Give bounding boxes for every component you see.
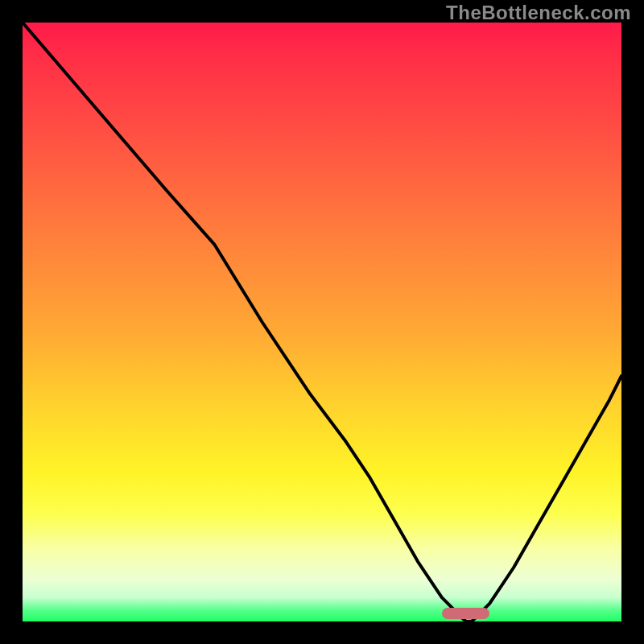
watermark-text: TheBottleneck.com xyxy=(446,2,631,24)
optimal-range-marker xyxy=(442,608,490,619)
plot-area xyxy=(23,23,621,621)
curve-path xyxy=(23,23,621,621)
bottleneck-curve xyxy=(23,23,621,621)
chart-frame: TheBottleneck.com xyxy=(0,0,644,644)
